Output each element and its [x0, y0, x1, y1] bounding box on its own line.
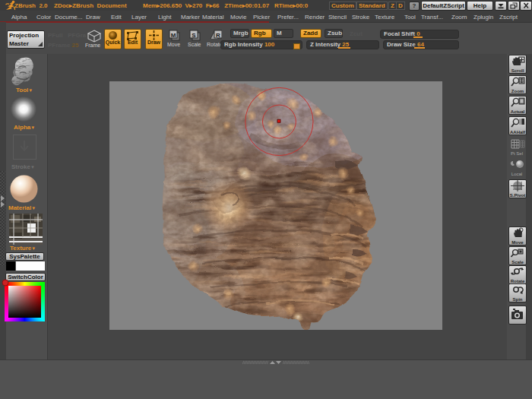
- svg-text:M: M: [171, 32, 176, 39]
- svg-text:S: S: [192, 32, 196, 39]
- svg-text:R: R: [216, 32, 220, 39]
